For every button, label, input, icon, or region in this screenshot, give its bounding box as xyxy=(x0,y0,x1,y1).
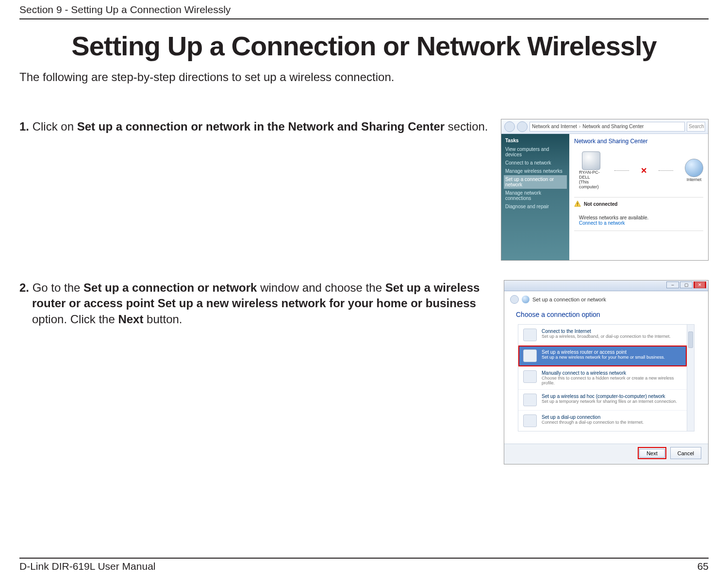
step-2-pre: Go to the xyxy=(29,281,83,294)
page-footer: D-Link DIR-619L User Manual 65 xyxy=(19,558,709,572)
warning-icon xyxy=(574,200,581,207)
computer-icon xyxy=(582,151,600,170)
option-adhoc-network[interactable]: Set up a wireless ad hoc (computer-to-co… xyxy=(518,390,687,411)
option-title: Set up a wireless router or access point xyxy=(542,349,665,355)
explorer-toolbar: Network and Internet › Network and Shari… xyxy=(501,119,708,134)
nsc-main-panel: Network and Sharing Center RYAN-PC-DELL … xyxy=(569,134,708,260)
close-button[interactable]: ✕ xyxy=(695,281,705,288)
screenshot-network-sharing-center: Network and Internet › Network and Shari… xyxy=(501,119,709,261)
step-2-bold-3: Next xyxy=(118,313,143,326)
cancel-button[interactable]: Cancel xyxy=(670,447,701,459)
connection-line-right xyxy=(659,170,673,171)
sidebar-item-connect-network[interactable]: Connect to a network xyxy=(505,159,565,167)
option-setup-wireless-router[interactable]: Set up a wireless router or access point… xyxy=(518,346,687,366)
step-1-text: 1. Click on Set up a connection or netwo… xyxy=(19,119,491,134)
node-this-computer: RYAN-PC-DELL (This computer) xyxy=(579,151,603,189)
step-1-bold: Set up a connection or network in the Ne… xyxy=(77,120,445,133)
option-sub: Choose this to connect to a hidden netwo… xyxy=(542,376,682,385)
scrollbar[interactable] xyxy=(687,325,694,431)
sidebar-item-view-computers[interactable]: View computers and devices xyxy=(505,145,565,159)
scrollbar-thumb[interactable] xyxy=(688,331,693,348)
wireless-available-msg: Wireless networks are available. xyxy=(579,215,703,220)
svg-rect-1 xyxy=(577,202,578,204)
adhoc-icon xyxy=(523,394,537,406)
wizard-back-icon[interactable] xyxy=(510,295,519,304)
connection-line-left xyxy=(614,170,629,171)
sidebar-item-diagnose-repair[interactable]: Diagnose and repair xyxy=(505,202,565,211)
option-title: Manually connect to a wireless network xyxy=(542,370,682,376)
disconnected-x-icon: ✕ xyxy=(641,166,647,175)
step-2-text: 2. Go to the Set up a connection or netw… xyxy=(19,280,494,327)
step-2-number: 2. xyxy=(19,281,29,294)
footer-page-number: 65 xyxy=(697,561,709,572)
minimize-button[interactable]: – xyxy=(666,281,679,288)
step-2-post: button. xyxy=(143,313,182,326)
next-button[interactable]: Next xyxy=(639,449,665,458)
maximize-button[interactable]: ▢ xyxy=(680,281,693,288)
sidebar-item-setup-connection[interactable]: Set up a connection or network xyxy=(504,175,567,189)
router-icon xyxy=(523,349,537,362)
step-2-mid2: option. Click the xyxy=(32,313,118,326)
option-title: Connect to the Internet xyxy=(542,329,671,334)
status-not-connected: Not connected xyxy=(574,197,703,212)
wizard-subheading: Choose a connection option xyxy=(504,308,708,324)
wizard-button-row: Next Cancel xyxy=(638,447,701,459)
step-2-mid1: window and choose the xyxy=(257,281,385,294)
tasks-sidebar: Tasks View computers and devices Connect… xyxy=(501,134,569,260)
globe-monitor-icon xyxy=(523,329,537,341)
wireless-icon xyxy=(523,370,537,383)
footer-manual-label: D-Link DIR-619L User Manual xyxy=(19,561,156,572)
nav-back-icon[interactable] xyxy=(504,121,515,132)
wizard-header-row: Set up a connection or network xyxy=(504,291,708,308)
breadcrumb-seg-2: Network and Sharing Center xyxy=(582,124,644,129)
connection-options-list: Connect to the InternetSet up a wireless… xyxy=(518,324,695,431)
divider xyxy=(574,231,703,231)
connect-to-network-link[interactable]: Connect to a network xyxy=(579,220,703,226)
step-1-row: 1. Click on Set up a connection or netwo… xyxy=(19,119,709,261)
svg-rect-2 xyxy=(577,205,578,206)
search-input[interactable]: Search xyxy=(687,122,705,132)
option-connect-internet[interactable]: Connect to the InternetSet up a wireless… xyxy=(518,325,687,346)
option-sub: Set up a new wireless network for your h… xyxy=(542,355,665,360)
node-internet: Internet xyxy=(685,159,703,182)
step-1-pre: Click on xyxy=(29,120,77,133)
not-connected-label: Not connected xyxy=(584,201,617,207)
nav-forward-icon[interactable] xyxy=(517,121,528,132)
option-title: Set up a wireless ad hoc (computer-to-co… xyxy=(542,394,677,399)
next-button-highlight: Next xyxy=(638,447,666,459)
node-internet-label: Internet xyxy=(687,177,702,182)
step-2-bold-1: Set up a connection or network xyxy=(83,281,257,294)
screenshot-setup-connection-wizard: – ▢ ✕ Set up a connection or network Cho… xyxy=(504,280,709,464)
wizard-titlebar: – ▢ ✕ xyxy=(504,281,708,291)
sidebar-item-manage-wireless[interactable]: Manage wireless networks xyxy=(505,167,565,175)
intro-text: The following are step-by-step direction… xyxy=(19,70,709,84)
globe-icon xyxy=(685,159,703,177)
option-manual-wireless[interactable]: Manually connect to a wireless networkCh… xyxy=(518,366,687,390)
network-diagram: RYAN-PC-DELL (This computer) ✕ Internet xyxy=(579,151,703,189)
sidebar-item-manage-connections[interactable]: Manage network connections xyxy=(505,189,565,202)
option-sub: Set up a temporary network for sharing f… xyxy=(542,399,677,404)
nsc-heading: Network and Sharing Center xyxy=(574,138,703,145)
node-pc-name: RYAN-PC-DELL xyxy=(579,170,603,180)
step-1-number: 1. xyxy=(19,120,29,133)
breadcrumb-seg-1: Network and Internet xyxy=(532,124,577,129)
breadcrumb[interactable]: Network and Internet › Network and Shari… xyxy=(529,122,685,132)
step-2-row: 2. Go to the Set up a connection or netw… xyxy=(19,280,709,464)
step-1-post: section. xyxy=(445,120,488,133)
close-button-highlight: ✕ xyxy=(694,281,706,288)
node-pc-sub: (This computer) xyxy=(579,180,603,189)
wizard-title: Set up a connection or network xyxy=(532,297,606,302)
chevron-right-icon: › xyxy=(579,124,580,129)
option-sub: Connect through a dial-up connection to … xyxy=(542,420,644,425)
page-title: Setting Up a Connection or Network Wirel… xyxy=(19,30,709,62)
tasks-header: Tasks xyxy=(505,138,565,143)
option-dialup[interactable]: Set up a dial-up connectionConnect throu… xyxy=(518,411,687,431)
option-title: Set up a dial-up connection xyxy=(542,414,644,420)
dialup-icon xyxy=(523,414,537,427)
option-sub: Set up a wireless, broadband, or dial-up… xyxy=(542,334,671,339)
wizard-globe-icon xyxy=(522,296,529,303)
section-header: Section 9 - Setting Up a Connection Wire… xyxy=(19,0,709,19)
